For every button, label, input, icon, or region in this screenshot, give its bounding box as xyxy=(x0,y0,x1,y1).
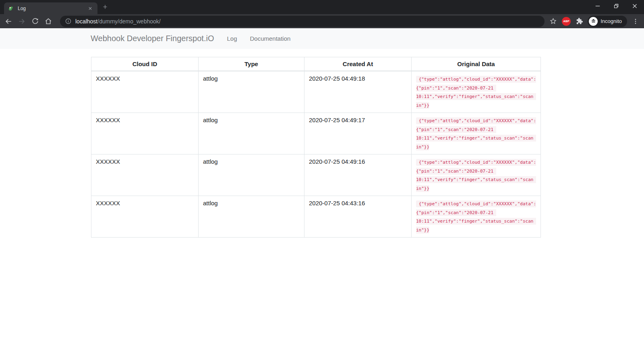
cell-type: attlog xyxy=(199,154,304,196)
forward-button[interactable] xyxy=(17,16,27,27)
cell-cloud-id: XXXXXX xyxy=(91,71,199,113)
url-host: localhost xyxy=(75,18,97,25)
original-data-json: {"type":"attlog","cloud_id":"XXXXXX","da… xyxy=(416,117,536,150)
site-navbar: Webhook Developer Fingerspot.iO Log Docu… xyxy=(0,28,644,49)
browser-window: Log xyxy=(0,0,644,28)
extensions-puzzle-icon[interactable] xyxy=(574,16,584,27)
table-row: XXXXXX attlog 2020-07-25 04:49:17 {"type… xyxy=(91,113,541,154)
new-tab-button[interactable] xyxy=(101,3,109,10)
nav-link-log[interactable]: Log xyxy=(220,32,243,45)
cell-type: attlog xyxy=(199,71,304,113)
cell-cloud-id: XXXXXX xyxy=(91,113,199,154)
col-header-original-data: Original Data xyxy=(412,57,541,71)
close-button[interactable] xyxy=(625,0,644,12)
cell-type: attlog xyxy=(199,113,304,154)
original-data-json: {"type":"attlog","cloud_id":"XXXXXX","da… xyxy=(416,159,536,192)
url-path: /dummy/demo_webhook/ xyxy=(97,18,160,25)
webhook-log-table: Cloud ID Type Created At Original Data X… xyxy=(91,57,541,238)
cell-original-data: {"type":"attlog","cloud_id":"XXXXXX","da… xyxy=(412,154,541,196)
col-header-cloud-id: Cloud ID xyxy=(91,57,199,71)
cell-original-data: {"type":"attlog","cloud_id":"XXXXXX","da… xyxy=(412,113,541,154)
col-header-type: Type xyxy=(199,57,304,71)
table-header-row: Cloud ID Type Created At Original Data xyxy=(91,57,541,71)
back-button[interactable] xyxy=(3,16,14,27)
cell-created-at: 2020-07-25 04:43:16 xyxy=(304,196,412,238)
home-button[interactable] xyxy=(43,16,54,27)
table-row: XXXXXX attlog 2020-07-25 04:43:16 {"type… xyxy=(91,196,541,238)
tab-strip: Log xyxy=(0,0,644,14)
incognito-label: Incognito xyxy=(598,18,626,24)
incognito-icon xyxy=(589,17,598,26)
table-row: XXXXXX attlog 2020-07-25 04:49:16 {"type… xyxy=(91,154,541,196)
browser-tab[interactable]: Log xyxy=(4,2,97,14)
col-header-created-at: Created At xyxy=(304,57,412,71)
restore-button[interactable] xyxy=(607,0,625,12)
cell-created-at: 2020-07-25 04:49:18 xyxy=(304,71,412,113)
cell-created-at: 2020-07-25 04:49:17 xyxy=(304,113,412,154)
page-info-icon[interactable] xyxy=(65,18,72,25)
reload-button[interactable] xyxy=(30,16,40,27)
url-text: localhost/dummy/demo_webhook/ xyxy=(75,18,161,25)
minimize-button[interactable] xyxy=(588,0,607,12)
cell-cloud-id: XXXXXX xyxy=(91,196,199,238)
cell-cloud-id: XXXXXX xyxy=(91,154,199,196)
cell-created-at: 2020-07-25 04:49:16 xyxy=(304,154,412,196)
incognito-badge: Incognito xyxy=(588,16,627,27)
site-brand[interactable]: Webhook Developer Fingerspot.iO xyxy=(91,34,214,43)
cell-original-data: {"type":"attlog","cloud_id":"XXXXXX","da… xyxy=(412,196,541,238)
table-row: XXXXXX attlog 2020-07-25 04:49:18 {"type… xyxy=(91,71,541,113)
window-controls xyxy=(588,0,644,12)
cell-original-data: {"type":"attlog","cloud_id":"XXXXXX","da… xyxy=(412,71,541,113)
nav-links: Log Documentation xyxy=(220,32,297,45)
favicon-icon xyxy=(8,5,14,12)
bookmark-star-icon[interactable] xyxy=(548,16,558,27)
original-data-json: {"type":"attlog","cloud_id":"XXXXXX","da… xyxy=(416,76,536,109)
content-container: Cloud ID Type Created At Original Data X… xyxy=(91,57,540,238)
tab-close-icon[interactable] xyxy=(87,5,94,12)
adblock-abp-badge[interactable]: ABP xyxy=(562,17,571,26)
address-bar[interactable]: localhost/dummy/demo_webhook/ xyxy=(60,16,545,27)
cell-type: attlog xyxy=(199,196,304,238)
nav-link-documentation[interactable]: Documentation xyxy=(244,32,297,45)
tab-title: Log xyxy=(18,6,87,11)
browser-menu-icon[interactable] xyxy=(630,16,641,27)
original-data-json: {"type":"attlog","cloud_id":"XXXXXX","da… xyxy=(416,200,536,234)
webpage: Webhook Developer Fingerspot.iO Log Docu… xyxy=(0,28,644,342)
browser-toolbar: localhost/dummy/demo_webhook/ ABP xyxy=(0,14,644,28)
